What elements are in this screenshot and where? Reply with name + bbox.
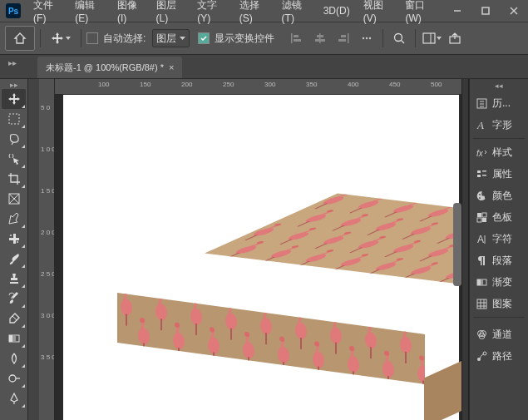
svg-rect-23	[9, 114, 19, 124]
lasso-tool[interactable]	[2, 129, 26, 149]
svg-point-16	[366, 37, 368, 39]
brush-tool[interactable]	[2, 249, 26, 269]
panel-swatches[interactable]: 色板	[470, 206, 528, 228]
menu-item[interactable]: 窗口(W)	[398, 0, 443, 22]
svg-rect-20	[423, 33, 435, 43]
svg-rect-28	[13, 234, 16, 244]
panel-history[interactable]: 历...	[470, 92, 528, 114]
panel-patterns[interactable]: 图案	[470, 293, 528, 314]
minimize-button[interactable]	[443, 0, 471, 22]
quickselect-tool[interactable]	[2, 149, 26, 169]
panel-paths[interactable]: 路径	[470, 345, 528, 367]
autoselect-checkbox[interactable]	[86, 32, 98, 44]
gradient-icon	[475, 275, 488, 289]
marquee-tool[interactable]	[2, 109, 26, 129]
select-value: 图层	[156, 32, 176, 46]
options-bar: 自动选择: 图层 显示变换控件	[0, 22, 528, 55]
stamp-tool[interactable]	[2, 269, 26, 289]
svg-rect-3	[482, 7, 489, 14]
svg-rect-10	[317, 35, 323, 37]
panel-label: 通道	[492, 328, 512, 342]
quick-search-icon[interactable]	[388, 27, 410, 49]
paragraph-icon	[475, 254, 488, 267]
svg-rect-11	[315, 39, 325, 42]
align-right-icon[interactable]	[333, 27, 354, 49]
grip-icon[interactable]: ◂◂	[470, 82, 528, 90]
gradient-tool[interactable]	[2, 329, 26, 348]
align-left-icon[interactable]	[286, 27, 308, 49]
svg-rect-54	[477, 279, 481, 285]
svg-text:A: A	[477, 234, 484, 245]
svg-rect-7	[294, 35, 299, 37]
artboard[interactable]	[63, 95, 459, 420]
panel-label: 颜色	[492, 189, 512, 203]
canvas-viewport[interactable]	[55, 95, 461, 420]
panel-styles[interactable]: fx样式	[470, 141, 528, 163]
svg-point-35	[9, 375, 16, 382]
canvas-zone: 5 01 0 01 5 02 0 02 5 03 0 03 5 0 100150…	[28, 79, 461, 420]
close-tab-icon[interactable]: ×	[169, 62, 174, 72]
svg-point-61	[483, 352, 486, 355]
panel-color[interactable]: 颜色	[470, 185, 528, 206]
menu-item[interactable]: 选择(S)	[233, 0, 275, 22]
panel-paragraph[interactable]: 段落	[470, 250, 528, 271]
move-tool-icon[interactable]	[46, 26, 76, 51]
panel-properties[interactable]: 属性	[470, 163, 528, 185]
align-more-icon[interactable]	[356, 27, 377, 49]
svg-point-45	[481, 192, 483, 194]
svg-rect-41	[482, 170, 486, 172]
panel-strip[interactable]	[461, 79, 469, 420]
grip-icon[interactable]: ▸▸	[8, 58, 17, 67]
move-tool[interactable]	[2, 89, 26, 109]
pen-tool[interactable]	[2, 388, 26, 408]
home-button[interactable]	[5, 26, 35, 51]
show-transform-checkbox[interactable]	[198, 32, 210, 44]
menu-item[interactable]: 文字(Y)	[190, 0, 233, 22]
svg-text:A: A	[476, 119, 484, 131]
color-icon	[475, 189, 488, 202]
blur-tool[interactable]	[2, 348, 26, 368]
menu-item[interactable]: 编辑(E)	[68, 0, 111, 22]
panel-separator	[473, 138, 525, 139]
svg-rect-13	[341, 35, 346, 37]
swatches-icon	[475, 210, 488, 224]
document-tab[interactable]: 未标题-1 @ 100%(RGB/8#) * ×	[37, 57, 182, 78]
svg-point-17	[369, 37, 371, 39]
toolbox: ▸▸	[0, 79, 28, 420]
menu-item[interactable]: 滤镜(T)	[275, 0, 317, 22]
panel-separator	[473, 317, 525, 318]
history-brush-tool[interactable]	[2, 289, 26, 309]
panel-character[interactable]: A字符	[470, 228, 528, 250]
menu-item[interactable]: 3D(D)	[317, 0, 357, 22]
svg-rect-34	[12, 335, 16, 342]
align-center-h-icon[interactable]	[309, 27, 331, 49]
close-button[interactable]	[500, 0, 528, 22]
panel-channels[interactable]: 通道	[470, 324, 528, 345]
menu-item[interactable]: 图像(I)	[111, 0, 150, 22]
eyedropper-tool[interactable]	[2, 209, 26, 229]
menu-item[interactable]: 图层(L)	[150, 0, 191, 22]
share-icon[interactable]	[444, 27, 466, 49]
menu-item[interactable]: 文件(F)	[27, 0, 68, 22]
maximize-button[interactable]	[471, 0, 500, 22]
grip-icon[interactable]: ▸▸	[10, 82, 18, 87]
menu-item[interactable]: 视图(V)	[357, 0, 399, 22]
panel-label: 属性	[492, 167, 512, 181]
vertical-scrollbar[interactable]	[453, 203, 461, 286]
svg-rect-43	[482, 175, 486, 176]
dodge-tool[interactable]	[2, 368, 26, 388]
svg-text:fx: fx	[476, 149, 484, 158]
healing-tool[interactable]	[2, 229, 26, 249]
eraser-tool[interactable]	[2, 309, 26, 329]
document-tab-title: 未标题-1 @ 100%(RGB/8#) *	[46, 62, 164, 74]
glyphs-icon: A	[475, 118, 488, 131]
panel-gradient[interactable]: 渐变	[470, 271, 528, 293]
crop-tool[interactable]	[2, 169, 26, 189]
svg-rect-50	[482, 218, 486, 222]
workspace-icon[interactable]	[421, 27, 442, 49]
panel-glyphs[interactable]: A字形	[470, 114, 528, 136]
svg-rect-14	[338, 39, 346, 42]
autoselect-target-select[interactable]: 图层	[152, 29, 190, 47]
app-logo-icon: Ps	[5, 2, 22, 20]
frame-tool[interactable]	[2, 189, 26, 209]
